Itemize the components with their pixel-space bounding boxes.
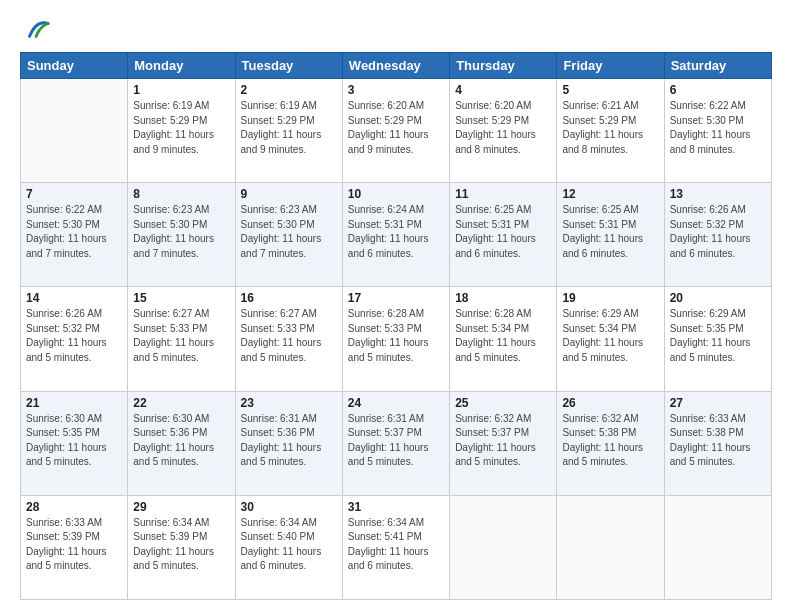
calendar-day-cell: 3Sunrise: 6:20 AM Sunset: 5:29 PM Daylig… [342,79,449,183]
calendar-day-cell: 8Sunrise: 6:23 AM Sunset: 5:30 PM Daylig… [128,183,235,287]
day-info: Sunrise: 6:30 AM Sunset: 5:36 PM Dayligh… [133,412,229,470]
calendar-day-cell: 6Sunrise: 6:22 AM Sunset: 5:30 PM Daylig… [664,79,771,183]
day-number: 11 [455,187,551,201]
day-number: 22 [133,396,229,410]
day-info: Sunrise: 6:34 AM Sunset: 5:41 PM Dayligh… [348,516,444,574]
calendar-day-cell: 23Sunrise: 6:31 AM Sunset: 5:36 PM Dayli… [235,391,342,495]
calendar-day-cell: 12Sunrise: 6:25 AM Sunset: 5:31 PM Dayli… [557,183,664,287]
day-info: Sunrise: 6:30 AM Sunset: 5:35 PM Dayligh… [26,412,122,470]
weekday-header-row: SundayMondayTuesdayWednesdayThursdayFrid… [21,53,772,79]
day-number: 4 [455,83,551,97]
calendar-day-cell [450,495,557,599]
calendar-day-cell [664,495,771,599]
day-number: 8 [133,187,229,201]
calendar-day-cell [21,79,128,183]
day-number: 6 [670,83,766,97]
day-number: 17 [348,291,444,305]
calendar-day-cell: 15Sunrise: 6:27 AM Sunset: 5:33 PM Dayli… [128,287,235,391]
day-info: Sunrise: 6:27 AM Sunset: 5:33 PM Dayligh… [241,307,337,365]
day-info: Sunrise: 6:25 AM Sunset: 5:31 PM Dayligh… [562,203,658,261]
calendar-week-row: 1Sunrise: 6:19 AM Sunset: 5:29 PM Daylig… [21,79,772,183]
day-info: Sunrise: 6:29 AM Sunset: 5:35 PM Dayligh… [670,307,766,365]
day-info: Sunrise: 6:24 AM Sunset: 5:31 PM Dayligh… [348,203,444,261]
calendar-day-cell: 19Sunrise: 6:29 AM Sunset: 5:34 PM Dayli… [557,287,664,391]
day-info: Sunrise: 6:28 AM Sunset: 5:33 PM Dayligh… [348,307,444,365]
day-number: 25 [455,396,551,410]
day-info: Sunrise: 6:34 AM Sunset: 5:40 PM Dayligh… [241,516,337,574]
calendar-week-row: 28Sunrise: 6:33 AM Sunset: 5:39 PM Dayli… [21,495,772,599]
calendar-day-cell: 29Sunrise: 6:34 AM Sunset: 5:39 PM Dayli… [128,495,235,599]
day-number: 20 [670,291,766,305]
day-info: Sunrise: 6:22 AM Sunset: 5:30 PM Dayligh… [26,203,122,261]
day-info: Sunrise: 6:33 AM Sunset: 5:38 PM Dayligh… [670,412,766,470]
weekday-header-wednesday: Wednesday [342,53,449,79]
day-number: 30 [241,500,337,514]
calendar-day-cell: 25Sunrise: 6:32 AM Sunset: 5:37 PM Dayli… [450,391,557,495]
day-info: Sunrise: 6:19 AM Sunset: 5:29 PM Dayligh… [241,99,337,157]
day-number: 28 [26,500,122,514]
day-number: 10 [348,187,444,201]
calendar-day-cell: 28Sunrise: 6:33 AM Sunset: 5:39 PM Dayli… [21,495,128,599]
day-number: 23 [241,396,337,410]
day-number: 16 [241,291,337,305]
calendar-table: SundayMondayTuesdayWednesdayThursdayFrid… [20,52,772,600]
day-info: Sunrise: 6:26 AM Sunset: 5:32 PM Dayligh… [670,203,766,261]
day-number: 24 [348,396,444,410]
calendar-day-cell: 18Sunrise: 6:28 AM Sunset: 5:34 PM Dayli… [450,287,557,391]
day-info: Sunrise: 6:23 AM Sunset: 5:30 PM Dayligh… [241,203,337,261]
day-number: 12 [562,187,658,201]
day-number: 5 [562,83,658,97]
day-number: 14 [26,291,122,305]
day-info: Sunrise: 6:29 AM Sunset: 5:34 PM Dayligh… [562,307,658,365]
day-number: 21 [26,396,122,410]
calendar-week-row: 21Sunrise: 6:30 AM Sunset: 5:35 PM Dayli… [21,391,772,495]
calendar-day-cell [557,495,664,599]
day-info: Sunrise: 6:25 AM Sunset: 5:31 PM Dayligh… [455,203,551,261]
day-info: Sunrise: 6:22 AM Sunset: 5:30 PM Dayligh… [670,99,766,157]
logo-icon [22,16,50,44]
header [20,16,772,44]
day-number: 15 [133,291,229,305]
day-info: Sunrise: 6:21 AM Sunset: 5:29 PM Dayligh… [562,99,658,157]
calendar-day-cell: 10Sunrise: 6:24 AM Sunset: 5:31 PM Dayli… [342,183,449,287]
calendar-day-cell: 1Sunrise: 6:19 AM Sunset: 5:29 PM Daylig… [128,79,235,183]
calendar-day-cell: 30Sunrise: 6:34 AM Sunset: 5:40 PM Dayli… [235,495,342,599]
calendar-day-cell: 17Sunrise: 6:28 AM Sunset: 5:33 PM Dayli… [342,287,449,391]
calendar-day-cell: 31Sunrise: 6:34 AM Sunset: 5:41 PM Dayli… [342,495,449,599]
calendar-day-cell: 26Sunrise: 6:32 AM Sunset: 5:38 PM Dayli… [557,391,664,495]
day-number: 9 [241,187,337,201]
page: SundayMondayTuesdayWednesdayThursdayFrid… [0,0,792,612]
calendar-week-row: 14Sunrise: 6:26 AM Sunset: 5:32 PM Dayli… [21,287,772,391]
calendar-week-row: 7Sunrise: 6:22 AM Sunset: 5:30 PM Daylig… [21,183,772,287]
day-number: 19 [562,291,658,305]
calendar-day-cell: 4Sunrise: 6:20 AM Sunset: 5:29 PM Daylig… [450,79,557,183]
day-info: Sunrise: 6:31 AM Sunset: 5:36 PM Dayligh… [241,412,337,470]
day-number: 31 [348,500,444,514]
calendar-day-cell: 22Sunrise: 6:30 AM Sunset: 5:36 PM Dayli… [128,391,235,495]
calendar-day-cell: 5Sunrise: 6:21 AM Sunset: 5:29 PM Daylig… [557,79,664,183]
calendar-day-cell: 16Sunrise: 6:27 AM Sunset: 5:33 PM Dayli… [235,287,342,391]
calendar-day-cell: 27Sunrise: 6:33 AM Sunset: 5:38 PM Dayli… [664,391,771,495]
day-info: Sunrise: 6:27 AM Sunset: 5:33 PM Dayligh… [133,307,229,365]
calendar-day-cell: 11Sunrise: 6:25 AM Sunset: 5:31 PM Dayli… [450,183,557,287]
day-info: Sunrise: 6:28 AM Sunset: 5:34 PM Dayligh… [455,307,551,365]
day-number: 7 [26,187,122,201]
day-info: Sunrise: 6:26 AM Sunset: 5:32 PM Dayligh… [26,307,122,365]
weekday-header-thursday: Thursday [450,53,557,79]
day-info: Sunrise: 6:33 AM Sunset: 5:39 PM Dayligh… [26,516,122,574]
day-info: Sunrise: 6:34 AM Sunset: 5:39 PM Dayligh… [133,516,229,574]
weekday-header-monday: Monday [128,53,235,79]
calendar-day-cell: 7Sunrise: 6:22 AM Sunset: 5:30 PM Daylig… [21,183,128,287]
logo [20,16,50,44]
day-number: 26 [562,396,658,410]
day-info: Sunrise: 6:20 AM Sunset: 5:29 PM Dayligh… [455,99,551,157]
calendar-day-cell: 14Sunrise: 6:26 AM Sunset: 5:32 PM Dayli… [21,287,128,391]
weekday-header-saturday: Saturday [664,53,771,79]
calendar-day-cell: 20Sunrise: 6:29 AM Sunset: 5:35 PM Dayli… [664,287,771,391]
day-info: Sunrise: 6:32 AM Sunset: 5:37 PM Dayligh… [455,412,551,470]
weekday-header-friday: Friday [557,53,664,79]
day-info: Sunrise: 6:23 AM Sunset: 5:30 PM Dayligh… [133,203,229,261]
day-info: Sunrise: 6:19 AM Sunset: 5:29 PM Dayligh… [133,99,229,157]
day-number: 13 [670,187,766,201]
calendar-day-cell: 21Sunrise: 6:30 AM Sunset: 5:35 PM Dayli… [21,391,128,495]
